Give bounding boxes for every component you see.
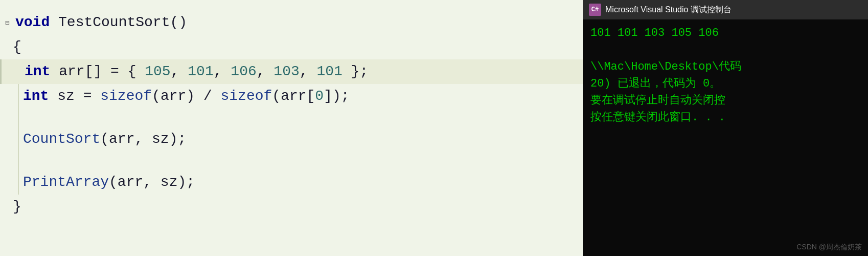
vs-logo: C# (589, 4, 601, 16)
keyword-int-1: int (25, 63, 50, 79)
printarray-call: PrintArray(arr, sz); (13, 173, 195, 191)
console-output-5: 要在调试停止时自动关闭控 (590, 92, 860, 109)
sizeof-call-2: sizeof (221, 88, 272, 104)
num-103: 103 (273, 63, 299, 79)
open-brace: { (13, 38, 21, 56)
code-line-countsort: CountSort(arr, sz); (0, 127, 583, 152)
console-output-1: 101 101 103 105 106 (590, 25, 860, 41)
csdn-watermark: CSDN @周杰倫奶茶 (796, 243, 862, 252)
sz-decl-rest: sz = (57, 88, 100, 104)
sizeof-call-1: sizeof (100, 88, 152, 104)
code-line-func-decl: ⊟ void TestCountSort() (0, 10, 583, 35)
close-brace: } (13, 198, 21, 216)
empty-line-1 (0, 109, 583, 127)
console-titlebar: C# Microsoft Visual Studio 调试控制台 (583, 0, 868, 19)
code-line-arr-decl: int arr[] = { 105, 101, 106, 103, 101 }; (0, 59, 583, 84)
console-body: 101 101 103 105 106 \\Mac\Home\Desktop\代… (583, 19, 868, 256)
console-panel: C# Microsoft Visual Studio 调试控制台 101 101… (583, 0, 868, 256)
code-line-open-brace: { (0, 35, 583, 59)
console-output-4: 20) 已退出，代码为 0。 (590, 75, 860, 92)
vs-logo-text: C# (591, 6, 599, 13)
keyword-void: void (15, 14, 50, 30)
code-line-printarray: PrintArray(arr, sz); (0, 170, 583, 195)
console-output-2 (590, 41, 860, 58)
arr-decl-rest: arr[] = { (59, 63, 145, 79)
countsort-call: CountSort(arr, sz); (13, 130, 186, 148)
num-101-2: 101 (316, 63, 342, 79)
keyword-int-2: int (23, 88, 49, 104)
func-declaration: void TestCountSort() (15, 13, 187, 32)
sz-declaration: int sz = sizeof(arr) / sizeof(arr[0]); (13, 87, 350, 105)
printarray-func-name: PrintArray (23, 174, 109, 190)
countsort-func-name: CountSort (23, 131, 100, 147)
console-output-6: 按任意键关闭此窗口. . . (590, 109, 860, 126)
console-output-3: \\Mac\Home\Desktop\代码 (590, 58, 860, 75)
num-106: 106 (231, 63, 256, 79)
num-101-1: 101 (188, 63, 213, 79)
num-105: 105 (145, 63, 170, 79)
num-0: 0 (315, 88, 324, 104)
arr-declaration: int arr[] = { 105, 101, 106, 103, 101 }; (14, 62, 368, 81)
console-title: Microsoft Visual Studio 调试控制台 (605, 5, 732, 15)
code-block: int arr[] = { 105, 101, 106, 103, 101 };… (0, 59, 583, 195)
code-editor: ⊟ void TestCountSort() { int arr[] = { 1… (0, 0, 583, 256)
empty-line-2 (0, 152, 583, 170)
code-line-sz-decl: int sz = sizeof(arr) / sizeof(arr[0]); (0, 84, 583, 109)
code-line-close-brace: } (0, 195, 583, 219)
collapse-icon[interactable]: ⊟ (5, 18, 13, 27)
func-name: TestCountSort() (58, 14, 187, 30)
